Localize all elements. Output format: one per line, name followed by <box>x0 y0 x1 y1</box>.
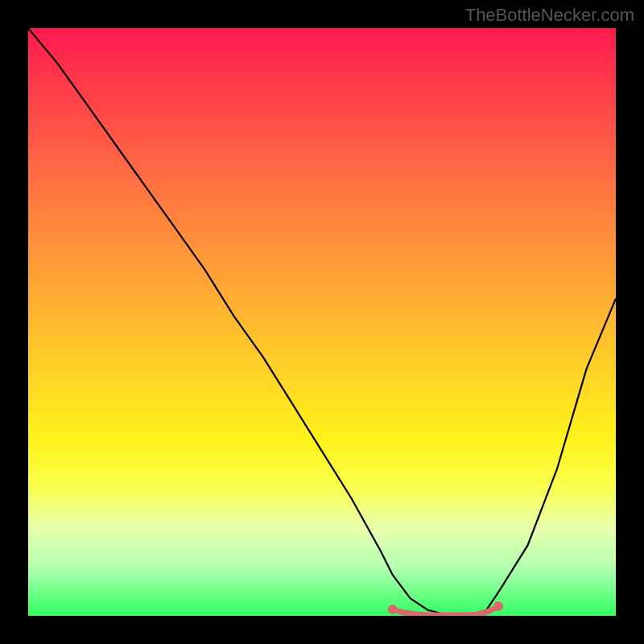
chart-plot-area <box>28 28 616 616</box>
highlight-end-dot <box>493 601 503 611</box>
optimal-range-highlight <box>393 606 498 615</box>
chart-svg <box>28 28 616 616</box>
bottleneck-curve-line <box>28 28 616 616</box>
watermark-text: TheBottleNecker.com <box>465 5 634 26</box>
